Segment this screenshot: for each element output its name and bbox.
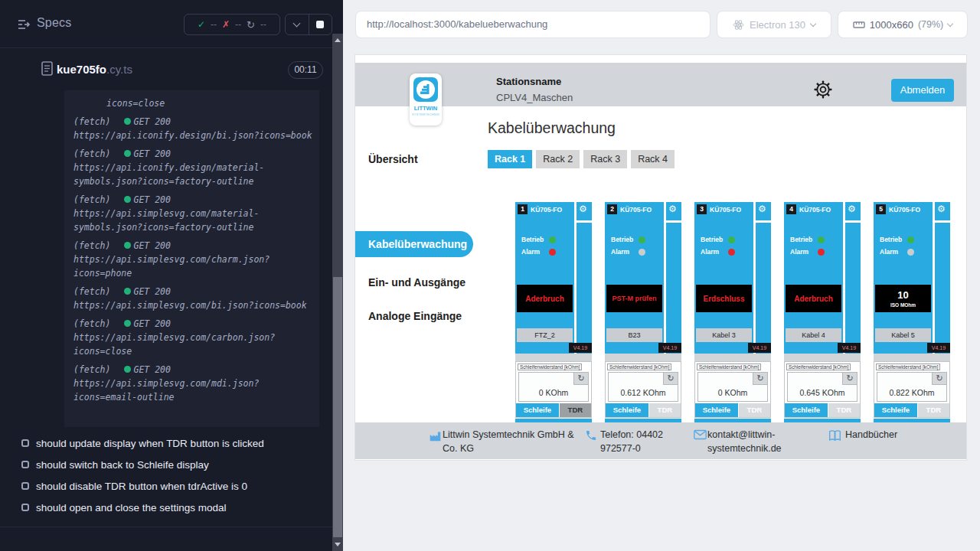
measurement-panel: Schleifenwiderstand [kOhm] ↻ 0 KOhm Schl… xyxy=(694,361,771,418)
slot-number: 1 xyxy=(518,204,528,214)
log-entry[interactable]: (fetch)GET 200 https://api.simplesvg.com… xyxy=(74,285,312,312)
cypress-runner-pane: Specs ✓ -- ✗ -- ↻ -- kue705fo.cy.ts 00:1… xyxy=(0,0,343,551)
cable-name: Kabel 4 xyxy=(786,328,841,342)
tab-rack-3[interactable]: Rack 3 xyxy=(583,150,627,168)
runner-controls xyxy=(285,14,332,35)
log-entry[interactable]: (fetch)GET 200 https://api.iconify.desig… xyxy=(74,147,312,188)
slot-number: 4 xyxy=(786,204,796,214)
cable-name: Kabel 5 xyxy=(875,328,931,342)
specs-menu-icon[interactable] xyxy=(17,18,31,31)
pending-count: -- xyxy=(260,19,266,30)
app-under-test: Stationsname CPLV4_Maschen xyxy=(355,55,966,460)
device-model: KÜ705-FO xyxy=(620,206,652,214)
test-item[interactable]: should update display when TDR button is… xyxy=(0,433,332,455)
alarm-led xyxy=(549,249,556,256)
tdr-button[interactable]: TDR xyxy=(560,403,591,417)
alarm-led xyxy=(818,249,825,256)
crane-glyph xyxy=(416,80,435,99)
settings-gear-icon[interactable] xyxy=(813,80,833,99)
pending-test-list: should update display when TDR button is… xyxy=(0,433,332,527)
test-item[interactable]: should open and close the settings modal xyxy=(0,497,332,519)
alarm-led xyxy=(728,249,735,256)
passed-count: -- xyxy=(211,19,217,30)
company-name: Littwin Systemtechnik GmbH & Co. KG xyxy=(443,428,583,455)
scrollbar-thumb[interactable] xyxy=(333,277,342,537)
factory-icon xyxy=(429,429,442,442)
schleife-button[interactable]: Schleife xyxy=(516,403,559,417)
log-entry[interactable]: (fetch)GET 200 https://api.iconify.desig… xyxy=(74,115,312,142)
schleife-button[interactable]: Schleife xyxy=(606,403,648,417)
scroll-down-arrow[interactable] xyxy=(335,543,341,546)
refresh-icon[interactable]: ↻ xyxy=(663,373,678,385)
tab-rack-2[interactable]: Rack 2 xyxy=(536,150,580,168)
refresh-icon[interactable]: ↻ xyxy=(753,373,767,385)
log-entry[interactable]: (fetch)GET 200 https://api.simplesvg.com… xyxy=(74,363,312,404)
tdr-button[interactable]: TDR xyxy=(739,403,770,417)
device-model: KÜ705-FO xyxy=(710,206,741,214)
schleife-button[interactable]: Schleife xyxy=(874,403,917,417)
resistance-value: 0.612 KOhm xyxy=(609,388,678,397)
card-settings-icon[interactable]: ⚙ xyxy=(758,204,766,214)
sidebar-item-uebersicht[interactable]: Übersicht xyxy=(368,153,418,165)
card-settings-icon[interactable]: ⚙ xyxy=(668,204,677,214)
runner-scrollbar[interactable] xyxy=(332,34,343,551)
stop-button[interactable] xyxy=(309,15,332,34)
collapse-button[interactable] xyxy=(286,15,309,34)
status-display: Aderbruch xyxy=(517,285,573,312)
schleife-button[interactable]: Schleife xyxy=(785,403,828,417)
betrieb-led xyxy=(549,236,556,243)
email-address[interactable]: kontakt@littwin-systemtechnik.de xyxy=(707,428,789,455)
sidebar-item-kabelueberwachung[interactable]: Kabelüberwachung xyxy=(355,231,473,257)
tdr-button[interactable]: TDR xyxy=(828,403,860,417)
email-icon xyxy=(694,429,707,440)
manuals-link[interactable]: Handbücher xyxy=(845,428,897,442)
sidebar-item-ein-und-ausgaenge[interactable]: Ein- und Ausgänge xyxy=(368,276,466,289)
tdr-button[interactable]: TDR xyxy=(649,403,681,417)
card-settings-icon[interactable]: ⚙ xyxy=(937,204,946,214)
littwin-logo: LITTWIN SYSTEMTECHNIK xyxy=(410,73,442,126)
log-entry[interactable]: (fetch)GET 200 https://api.simplesvg.com… xyxy=(74,239,312,280)
device-card-2: 2 KÜ705-FO Betrieb Alarm PST-M prüfen B2… xyxy=(605,202,681,422)
tab-rack-1[interactable]: Rack 1 xyxy=(488,150,532,168)
scroll-up-arrow[interactable] xyxy=(335,38,341,42)
url-bar[interactable]: http://localhost:3000/kabelueberwachung xyxy=(355,11,710,38)
test-item[interactable]: should switch back to Schleife display xyxy=(0,455,332,476)
measurement-panel: Schleifenwiderstand [kOhm] ↻ 0.822 KOhm … xyxy=(874,361,950,418)
status-ok-dot xyxy=(124,288,131,295)
pending-icon: ↻ xyxy=(247,19,255,31)
phone-number[interactable]: Telefon: 04402 972577-0 xyxy=(600,428,700,455)
schleife-button[interactable]: Schleife xyxy=(695,403,738,417)
passed-icon: ✓ xyxy=(198,19,205,30)
status-display: Aderbruch xyxy=(786,285,841,312)
log-url: https://api.simplesvg.com/carbon.json?ic… xyxy=(74,331,312,358)
log-url: https://api.simplesvg.com/charm.json?ico… xyxy=(74,253,312,280)
card-settings-icon[interactable]: ⚙ xyxy=(848,204,856,214)
refresh-icon[interactable]: ↻ xyxy=(573,373,588,385)
status-display: 10 ISO MOhm xyxy=(875,285,931,312)
tdr-button[interactable]: TDR xyxy=(918,403,949,417)
app-sidebar: Übersicht Kabelüberwachung Ein- und Ausg… xyxy=(355,106,473,422)
card-settings-icon[interactable]: ⚙ xyxy=(579,204,587,214)
betrieb-led xyxy=(907,236,914,243)
measurement-label: Schleifenwiderstand [kOhm] xyxy=(607,364,671,370)
sidebar-item-analoge-eingaenge[interactable]: Analoge Eingänge xyxy=(368,310,462,322)
refresh-icon[interactable]: ↻ xyxy=(932,373,946,385)
firmware-version: V4.19 xyxy=(658,343,681,353)
spec-row[interactable]: kue705fo.cy.ts 00:11 xyxy=(0,48,332,90)
refresh-icon[interactable]: ↻ xyxy=(842,373,857,385)
viewport-selector[interactable]: 1000x660 (79%) xyxy=(838,11,968,38)
value-box: ↻ 0 KOhm xyxy=(518,372,589,402)
station-name: CPLV4_Maschen xyxy=(496,92,573,103)
test-box-icon xyxy=(21,504,29,511)
device-card-1: 1 KÜ705-FO Betrieb Alarm Aderbruch FTZ_2… xyxy=(515,202,592,422)
logo-icon xyxy=(413,77,438,102)
status-ok-dot xyxy=(124,196,131,203)
logout-button[interactable]: Abmelden xyxy=(891,79,954,102)
tab-rack-4[interactable]: Rack 4 xyxy=(631,150,675,168)
device-model: KÜ705-FO xyxy=(889,206,920,214)
test-item[interactable]: should disable TDR button when tdrActive… xyxy=(0,476,332,497)
log-entry[interactable]: (fetch)GET 200 https://api.simplesvg.com… xyxy=(74,193,312,234)
measurement-label: Schleifenwiderstand [kOhm] xyxy=(518,364,582,370)
log-entry[interactable]: (fetch)GET 200 https://api.simplesvg.com… xyxy=(74,317,312,358)
browser-selector[interactable]: Electron 130 xyxy=(717,11,831,38)
